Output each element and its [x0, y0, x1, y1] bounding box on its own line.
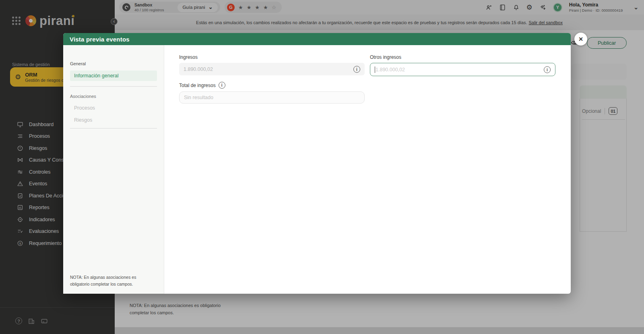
- total-ingresos-label-row: Total de ingresos i: [179, 82, 556, 89]
- modal-title: Vista previa eventos: [70, 36, 130, 43]
- nav-item-informacion-general[interactable]: Información general: [70, 71, 157, 81]
- nav-item-procesos[interactable]: Procesos: [70, 105, 157, 111]
- ingresos-label: Ingresos: [179, 54, 365, 60]
- info-icon[interactable]: i: [219, 82, 225, 89]
- modal-header: Vista previa eventos: [63, 33, 571, 45]
- total-ingresos-input[interactable]: [180, 92, 364, 103]
- otros-ingresos-field-wrap: i: [370, 63, 555, 76]
- divider: [70, 128, 157, 129]
- otros-ingresos-label: Otros ingresos: [370, 54, 555, 60]
- nav-section-asociaciones: Asociaciones: [70, 94, 157, 99]
- total-ingresos-field-wrap: [179, 91, 365, 104]
- close-button[interactable]: ✕: [574, 33, 587, 46]
- modal-nav: General Información general Asociaciones…: [63, 45, 164, 294]
- ingresos-field-wrap: i: [179, 63, 365, 75]
- screen: pirani Sistema de gestión ⚙ ORM Gestión …: [0, 0, 644, 334]
- ingresos-input[interactable]: [179, 63, 365, 75]
- info-icon[interactable]: i: [544, 66, 551, 73]
- text-cursor: [375, 66, 375, 73]
- info-icon[interactable]: i: [353, 66, 360, 73]
- nav-section-general: General: [70, 61, 157, 66]
- modal-form: Ingresos i Otros ingresos i: [164, 45, 571, 294]
- otros-ingresos-input[interactable]: [370, 63, 555, 76]
- total-ingresos-label: Total de ingresos: [179, 83, 216, 88]
- preview-modal: Vista previa eventos General Información…: [63, 33, 571, 294]
- modal-note: NOTA: En algunas asociaciones es obligat…: [70, 274, 155, 287]
- divider: [70, 86, 157, 87]
- nav-item-riesgos[interactable]: Riesgos: [70, 117, 157, 123]
